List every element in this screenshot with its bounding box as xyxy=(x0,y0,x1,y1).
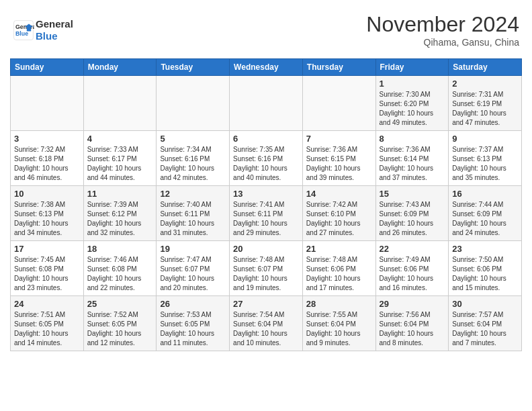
cell-content: Sunrise: 7:34 AMSunset: 6:16 PMDaylight:… xyxy=(160,145,226,183)
calendar-cell: 28Sunrise: 7:55 AMSunset: 6:04 PMDayligh… xyxy=(302,296,375,351)
calendar-cell: 13Sunrise: 7:41 AMSunset: 6:11 PMDayligh… xyxy=(230,186,303,241)
cell-content: Sunrise: 7:56 AMSunset: 6:04 PMDaylight:… xyxy=(380,310,445,348)
cell-content: Sunrise: 7:53 AMSunset: 6:05 PMDaylight:… xyxy=(160,310,226,348)
calendar-week-row: 24Sunrise: 7:51 AMSunset: 6:05 PMDayligh… xyxy=(11,296,522,351)
day-number: 24 xyxy=(14,299,80,309)
cell-content: Sunrise: 7:30 AMSunset: 6:20 PMDaylight:… xyxy=(380,90,445,128)
weekday-header-saturday: Saturday xyxy=(449,59,522,76)
calendar-cell: 10Sunrise: 7:38 AMSunset: 6:13 PMDayligh… xyxy=(11,186,84,241)
day-number: 1 xyxy=(380,79,445,89)
calendar-cell xyxy=(302,76,375,131)
calendar-cell xyxy=(83,76,157,131)
day-number: 11 xyxy=(87,189,153,199)
day-number: 18 xyxy=(87,244,153,254)
logo-blue: Blue xyxy=(36,30,73,42)
calendar-cell: 2Sunrise: 7:31 AMSunset: 6:19 PMDaylight… xyxy=(449,76,522,131)
svg-text:General: General xyxy=(15,24,34,30)
calendar-cell xyxy=(230,76,303,131)
day-number: 23 xyxy=(452,244,518,254)
cell-content: Sunrise: 7:36 AMSunset: 6:14 PMDaylight:… xyxy=(380,145,445,183)
logo-general: General xyxy=(36,18,73,30)
title-block: November 2024 Qihama, Gansu, China xyxy=(366,12,519,48)
day-number: 28 xyxy=(306,299,372,309)
calendar-cell: 16Sunrise: 7:44 AMSunset: 6:09 PMDayligh… xyxy=(449,186,522,241)
page: General Blue General Blue November 2024 … xyxy=(0,0,532,361)
calendar-week-row: 3Sunrise: 7:32 AMSunset: 6:18 PMDaylight… xyxy=(11,131,522,186)
day-number: 15 xyxy=(380,189,445,199)
cell-content: Sunrise: 7:42 AMSunset: 6:10 PMDaylight:… xyxy=(306,200,372,238)
logo: General Blue General Blue xyxy=(13,18,73,42)
calendar-cell: 23Sunrise: 7:50 AMSunset: 6:06 PMDayligh… xyxy=(449,241,522,296)
day-number: 27 xyxy=(233,299,299,309)
day-number: 6 xyxy=(233,134,299,144)
location-subtitle: Qihama, Gansu, China xyxy=(366,37,519,48)
day-number: 7 xyxy=(306,134,372,144)
cell-content: Sunrise: 7:31 AMSunset: 6:19 PMDaylight:… xyxy=(452,90,518,128)
calendar-cell: 4Sunrise: 7:33 AMSunset: 6:17 PMDaylight… xyxy=(83,131,157,186)
cell-content: Sunrise: 7:51 AMSunset: 6:05 PMDaylight:… xyxy=(14,310,80,348)
cell-content: Sunrise: 7:54 AMSunset: 6:04 PMDaylight:… xyxy=(233,310,299,348)
calendar-cell xyxy=(157,76,230,131)
calendar-cell: 29Sunrise: 7:56 AMSunset: 6:04 PMDayligh… xyxy=(375,296,449,351)
day-number: 14 xyxy=(306,189,372,199)
calendar-cell: 19Sunrise: 7:47 AMSunset: 6:07 PMDayligh… xyxy=(157,241,230,296)
day-number: 13 xyxy=(233,189,299,199)
cell-content: Sunrise: 7:40 AMSunset: 6:11 PMDaylight:… xyxy=(160,200,226,238)
calendar-cell: 7Sunrise: 7:36 AMSunset: 6:15 PMDaylight… xyxy=(302,131,375,186)
day-number: 21 xyxy=(306,244,372,254)
day-number: 16 xyxy=(452,189,518,199)
day-number: 5 xyxy=(160,134,226,144)
calendar-cell: 26Sunrise: 7:53 AMSunset: 6:05 PMDayligh… xyxy=(157,296,230,351)
calendar-cell: 8Sunrise: 7:36 AMSunset: 6:14 PMDaylight… xyxy=(375,131,449,186)
cell-content: Sunrise: 7:52 AMSunset: 6:05 PMDaylight:… xyxy=(87,310,153,348)
cell-content: Sunrise: 7:57 AMSunset: 6:04 PMDaylight:… xyxy=(452,310,518,348)
calendar-cell: 5Sunrise: 7:34 AMSunset: 6:16 PMDaylight… xyxy=(157,131,230,186)
weekday-header-wednesday: Wednesday xyxy=(230,59,303,76)
calendar-cell: 22Sunrise: 7:49 AMSunset: 6:06 PMDayligh… xyxy=(375,241,449,296)
cell-content: Sunrise: 7:43 AMSunset: 6:09 PMDaylight:… xyxy=(380,200,445,238)
weekday-header-sunday: Sunday xyxy=(11,59,84,76)
day-number: 8 xyxy=(380,134,445,144)
calendar-cell: 11Sunrise: 7:39 AMSunset: 6:12 PMDayligh… xyxy=(83,186,157,241)
calendar-cell xyxy=(11,76,84,131)
cell-content: Sunrise: 7:55 AMSunset: 6:04 PMDaylight:… xyxy=(306,310,372,348)
day-number: 10 xyxy=(14,189,80,199)
weekday-header-thursday: Thursday xyxy=(302,59,375,76)
calendar-week-row: 17Sunrise: 7:45 AMSunset: 6:08 PMDayligh… xyxy=(11,241,522,296)
calendar-cell: 12Sunrise: 7:40 AMSunset: 6:11 PMDayligh… xyxy=(157,186,230,241)
cell-content: Sunrise: 7:32 AMSunset: 6:18 PMDaylight:… xyxy=(14,145,80,183)
cell-content: Sunrise: 7:33 AMSunset: 6:17 PMDaylight:… xyxy=(87,145,153,183)
cell-content: Sunrise: 7:47 AMSunset: 6:07 PMDaylight:… xyxy=(160,255,226,293)
cell-content: Sunrise: 7:48 AMSunset: 6:06 PMDaylight:… xyxy=(306,255,372,293)
cell-content: Sunrise: 7:36 AMSunset: 6:15 PMDaylight:… xyxy=(306,145,372,183)
month-title: November 2024 xyxy=(366,12,519,37)
calendar-cell: 1Sunrise: 7:30 AMSunset: 6:20 PMDaylight… xyxy=(375,76,449,131)
logo-icon: General Blue xyxy=(13,19,34,41)
calendar-cell: 24Sunrise: 7:51 AMSunset: 6:05 PMDayligh… xyxy=(11,296,84,351)
weekday-header-row: SundayMondayTuesdayWednesdayThursdayFrid… xyxy=(11,59,522,76)
calendar-cell: 27Sunrise: 7:54 AMSunset: 6:04 PMDayligh… xyxy=(230,296,303,351)
cell-content: Sunrise: 7:35 AMSunset: 6:16 PMDaylight:… xyxy=(233,145,299,183)
calendar-cell: 9Sunrise: 7:37 AMSunset: 6:13 PMDaylight… xyxy=(449,131,522,186)
cell-content: Sunrise: 7:50 AMSunset: 6:06 PMDaylight:… xyxy=(452,255,518,293)
day-number: 25 xyxy=(87,299,153,309)
day-number: 29 xyxy=(380,299,445,309)
cell-content: Sunrise: 7:48 AMSunset: 6:07 PMDaylight:… xyxy=(233,255,299,293)
cell-content: Sunrise: 7:37 AMSunset: 6:13 PMDaylight:… xyxy=(452,145,518,183)
svg-text:Blue: Blue xyxy=(15,30,28,37)
weekday-header-monday: Monday xyxy=(83,59,157,76)
calendar-table: SundayMondayTuesdayWednesdayThursdayFrid… xyxy=(10,58,522,351)
header: General Blue General Blue November 2024 … xyxy=(10,7,522,53)
day-number: 20 xyxy=(233,244,299,254)
day-number: 30 xyxy=(452,299,518,309)
calendar-week-row: 10Sunrise: 7:38 AMSunset: 6:13 PMDayligh… xyxy=(11,186,522,241)
day-number: 3 xyxy=(14,134,80,144)
cell-content: Sunrise: 7:38 AMSunset: 6:13 PMDaylight:… xyxy=(14,200,80,238)
calendar-cell: 15Sunrise: 7:43 AMSunset: 6:09 PMDayligh… xyxy=(375,186,449,241)
cell-content: Sunrise: 7:49 AMSunset: 6:06 PMDaylight:… xyxy=(380,255,445,293)
cell-content: Sunrise: 7:41 AMSunset: 6:11 PMDaylight:… xyxy=(233,200,299,238)
day-number: 22 xyxy=(380,244,445,254)
calendar-cell: 25Sunrise: 7:52 AMSunset: 6:05 PMDayligh… xyxy=(83,296,157,351)
day-number: 19 xyxy=(160,244,226,254)
calendar-cell: 6Sunrise: 7:35 AMSunset: 6:16 PMDaylight… xyxy=(230,131,303,186)
